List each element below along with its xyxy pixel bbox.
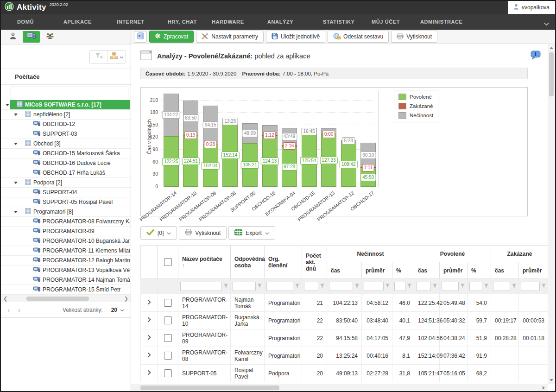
nav-item-1[interactable]: DOMŮ: [17, 19, 63, 25]
tree-item-row[interactable]: PROGRAMATOR-15 Šmíd Petr: [10, 285, 130, 294]
scroll-thumb[interactable]: [549, 52, 554, 96]
funnel-icon[interactable]: [460, 283, 465, 290]
sub-column-header[interactable]: %: [392, 262, 414, 279]
tree-search-input[interactable]: [11, 87, 128, 98]
tree-item-row[interactable]: SUPPORT-03: [10, 129, 130, 139]
filter-input[interactable]: [521, 282, 540, 291]
tree-item[interactable]: SUPPORT-05 Rosipal Pavel: [1, 197, 131, 207]
tab-computers[interactable]: [23, 31, 40, 43]
export-button[interactable]: Export: [228, 226, 275, 240]
tree-item[interactable]: Programatori [8]: [1, 207, 131, 217]
funnel-icon[interactable]: [484, 283, 489, 290]
tab-users[interactable]: [4, 31, 21, 43]
filter-input[interactable]: [394, 282, 405, 291]
tree-item[interactable]: PROGRAMATOR-14 Najman Tomáš: [1, 275, 131, 285]
tree-item-row[interactable]: SUPPORT-04: [10, 188, 130, 197]
sub-column-header[interactable]: průměr: [362, 262, 392, 279]
tree-item[interactable]: SUPPORT-04: [1, 188, 131, 197]
toolbar-button-vytisknout[interactable]: Vytisknout: [391, 31, 437, 43]
row-checkbox[interactable]: [164, 316, 172, 324]
filter-input[interactable]: [469, 282, 482, 291]
column-header-3[interactable]: Org. členění: [265, 246, 302, 279]
vertical-scrollbar[interactable]: [548, 44, 555, 384]
nav-item-2[interactable]: APLIKACE: [63, 19, 117, 25]
horizontal-scrollbar[interactable]: [131, 384, 548, 392]
collapse-panel-button[interactable]: [134, 31, 147, 43]
sub-column-header[interactable]: průměr: [440, 262, 468, 279]
tree-expand-arrow[interactable]: [6, 104, 9, 106]
funnel-icon[interactable]: [407, 283, 412, 290]
nav-item-3[interactable]: INTERNET: [117, 19, 168, 25]
tree-item[interactable]: OBCHOD-16 Dudová Lucie: [1, 158, 131, 168]
tree-item-row[interactable]: SUPPORT-05 Rosipal Pavel: [10, 197, 130, 207]
row-checkbox[interactable]: [164, 334, 172, 342]
tree-item[interactable]: Podpora [2]: [1, 178, 131, 188]
nav-item-8[interactable]: MŮJ ÚČET: [372, 19, 420, 25]
funnel-icon[interactable]: [432, 283, 437, 290]
filter-input[interactable]: [442, 282, 459, 291]
filter-input[interactable]: [416, 282, 431, 291]
tree-item-row[interactable]: OBCHOD-15 Markusová Šárka: [10, 149, 130, 158]
tree-item-row[interactable]: Obchod [3]: [10, 139, 130, 148]
nav-chevron-down-icon[interactable]: [543, 19, 550, 28]
tree-item[interactable]: OBCHOD-17 Hrňa Lukáš: [1, 168, 131, 178]
funnel-icon[interactable]: [223, 283, 228, 290]
nav-item-5[interactable]: HARDWARE: [212, 19, 267, 25]
page-size-select[interactable]: 20: [111, 307, 124, 313]
row-expand-button[interactable]: [141, 365, 158, 382]
sub-column-header[interactable]: čas: [491, 262, 519, 279]
filter-input[interactable]: [304, 282, 318, 291]
scroll-thumb[interactable]: [26, 297, 89, 301]
nav-item-7[interactable]: STATISTIKY: [323, 19, 372, 25]
pager-next-button[interactable]: ›: [18, 306, 20, 314]
funnel-icon[interactable]: [541, 283, 546, 290]
funnel-icon[interactable]: [354, 283, 360, 290]
column-header-2[interactable]: Odpovědná osoba: [231, 246, 265, 279]
filter-input[interactable]: [329, 282, 353, 291]
tree-item-row[interactable]: PROGRAMATOR-08 Folwarczny Kamil: [10, 217, 130, 226]
row-expand-button[interactable]: [141, 312, 158, 329]
row-expand-button[interactable]: [141, 347, 158, 365]
scroll-down-icon[interactable]: [550, 379, 553, 381]
tree-item-row[interactable]: MiCoS SOFTWARE s.r.o. [17]: [10, 100, 130, 109]
sidebar-hscrollbar[interactable]: ❮ ❯: [1, 295, 131, 302]
funnel-icon[interactable]: [385, 283, 390, 290]
tree-item-row[interactable]: PROGRAMATOR-11 Klemens Milan: [10, 246, 130, 255]
scroll-up-icon[interactable]: [550, 47, 553, 49]
column-header-4[interactable]: Počet akt. dnů: [302, 246, 327, 279]
tree-item-row[interactable]: Podpora [2]: [10, 178, 130, 187]
tree-item-row[interactable]: PROGRAMATOR-09: [10, 227, 130, 236]
select-all-checkbox[interactable]: [164, 258, 172, 266]
toolbar-button-zpracovat[interactable]: Zpracovat: [149, 31, 194, 43]
user-menu[interactable]: vvopalkova: [508, 1, 555, 14]
tree-item[interactable]: OBCHOD-12: [1, 120, 131, 129]
tree-item[interactable]: PROGRAMATOR-11 Klemens Milan: [1, 246, 131, 256]
clear-filter-button[interactable]: [90, 51, 107, 63]
tree-item[interactable]: PROGRAMATOR-10 Buganská Jarka: [1, 236, 131, 246]
tree-item-row[interactable]: PROGRAMATOR-10 Buganská Jarka: [10, 236, 130, 246]
funnel-icon[interactable]: [320, 283, 325, 290]
funnel-icon[interactable]: [295, 283, 300, 290]
sub-column-header[interactable]: %: [468, 262, 491, 279]
funnel-icon[interactable]: [257, 283, 262, 290]
row-checkbox[interactable]: [164, 369, 172, 377]
filter-input[interactable]: [180, 282, 222, 291]
tree-item-row[interactable]: nepřiděleno [2]: [10, 110, 130, 119]
tree-item[interactable]: OBCHOD-15 Markusová Šárka: [1, 149, 131, 158]
tree-item[interactable]: PROGRAMATOR-13 Vopálková Věra: [1, 266, 131, 275]
filter-input[interactable]: [266, 282, 293, 291]
tree-item-row[interactable]: OBCHOD-12: [10, 120, 130, 129]
nav-item-4[interactable]: HRY, CHAT: [168, 19, 212, 25]
scroll-right-icon[interactable]: ❯: [124, 295, 128, 302]
tree-item-row[interactable]: PROGRAMATOR-13 Vopálková Věra: [10, 266, 130, 275]
tree-item[interactable]: PROGRAMATOR-15 Šmíd Petr: [1, 285, 131, 295]
tab-groups[interactable]: [41, 31, 58, 43]
tree-item[interactable]: PROGRAMATOR-09: [1, 227, 131, 236]
print-grid-button[interactable]: Vytisknout: [179, 226, 227, 240]
filter-input[interactable]: [493, 282, 510, 291]
tree-item-row[interactable]: OBCHOD-17 Hrňa Lukáš: [10, 168, 130, 177]
tree-item-row[interactable]: PROGRAMATOR-12 Balogh Martin: [10, 256, 130, 265]
sub-column-header[interactable]: průměr: [519, 262, 548, 279]
toolbar-button-nastavit-parametry[interactable]: Nastavit parametry: [196, 31, 264, 43]
row-expand-button[interactable]: [141, 294, 158, 312]
